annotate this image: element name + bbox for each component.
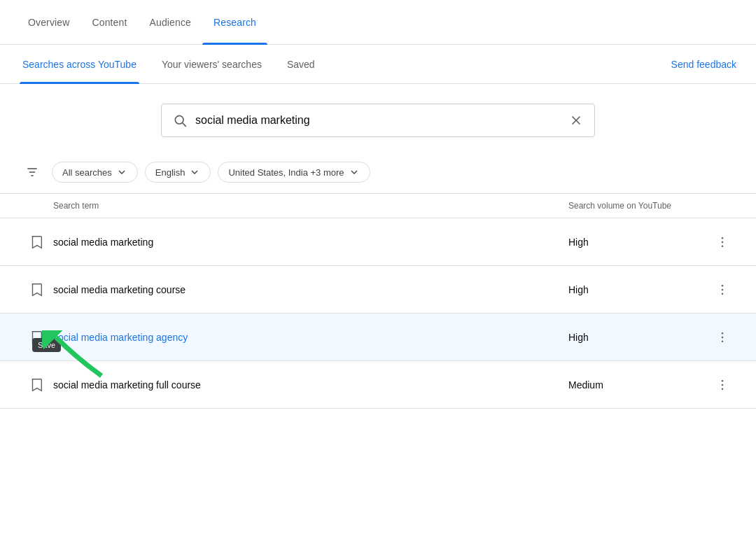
nav-content[interactable]: Content [80,0,138,45]
volume-4: Medium [568,379,708,391]
save-tooltip: Save [32,338,61,352]
volume-3: High [568,332,708,343]
sub-tabs: Searches across YouTube Your viewers' se… [0,45,756,84]
search-icon [173,113,187,127]
svg-point-14 [722,336,724,338]
nav-research[interactable]: Research [202,0,267,45]
bookmark-button-2[interactable] [20,282,53,297]
search-input[interactable] [195,114,569,127]
svg-point-7 [722,237,724,239]
volume-1: High [568,237,708,248]
table-row: social media marketing full course Mediu… [0,361,756,409]
search-area [0,84,756,151]
top-nav: Overview Content Audience Research [0,0,756,45]
table-row-highlighted: Save social media marketing agency High [0,314,756,361]
more-button-4[interactable] [708,378,736,392]
svg-point-11 [722,288,724,290]
search-term-1: social media marketing [53,237,568,248]
search-term-3[interactable]: social media marketing agency [53,332,568,343]
search-term-2: social media marketing course [53,284,568,295]
more-button-1[interactable] [708,235,736,249]
svg-point-13 [722,332,724,334]
header-volume: Search volume on YouTube [568,201,708,211]
filter-location[interactable]: United States, India +3 more [218,162,370,183]
svg-point-17 [722,379,724,381]
send-feedback-button[interactable]: Send feedback [671,59,736,70]
svg-line-1 [183,123,186,126]
tab-saved[interactable]: Saved [284,45,318,84]
filter-all-searches[interactable]: All searches [52,162,138,183]
search-term-4: social media marketing full course [53,379,568,391]
svg-point-19 [722,388,724,390]
header-term: Search term [53,201,568,211]
table-row: social media marketing course High [0,266,756,314]
nav-audience[interactable]: Audience [138,0,202,45]
bookmark-button-3[interactable]: Save [20,330,53,345]
nav-overview[interactable]: Overview [17,0,80,45]
svg-point-18 [722,384,724,386]
svg-point-8 [722,241,724,243]
svg-point-10 [722,284,724,286]
svg-point-12 [722,293,724,295]
clear-icon[interactable] [569,113,583,127]
results-table: social media marketing High social media… [0,218,756,409]
more-button-3[interactable] [708,330,736,344]
table-row: social media marketing High [0,218,756,266]
search-box [161,104,595,137]
tab-viewers-searches[interactable]: Your viewers' searches [159,45,265,84]
svg-point-15 [722,340,724,342]
volume-2: High [568,284,708,295]
tab-searches-across-youtube[interactable]: Searches across YouTube [20,45,139,84]
bookmark-button-4[interactable] [20,377,53,393]
table-header: Search term Search volume on YouTube [0,194,756,218]
filter-icon-button[interactable] [20,160,45,185]
more-button-2[interactable] [708,283,736,297]
bookmark-button-1[interactable] [20,234,53,250]
filter-row: All searches English United States, Indi… [0,151,756,194]
svg-point-9 [722,245,724,247]
filter-english[interactable]: English [145,162,211,183]
svg-point-0 [175,115,183,124]
